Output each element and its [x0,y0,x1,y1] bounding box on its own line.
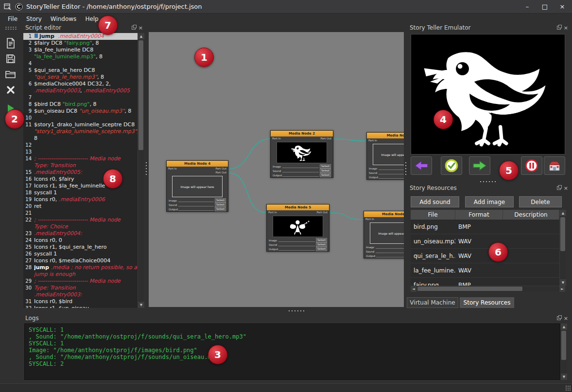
scroll-up-icon[interactable]: ▲ [138,33,144,39]
code-line[interactable]: 11$story1_drako_luminelle_sceptre DC8 [23,121,138,128]
undock-icon[interactable] [132,26,136,30]
code-line[interactable]: 25Icons r1, $qui_sera_le_hero [23,244,138,251]
scroll-down-icon[interactable]: ▼ [560,279,566,286]
code-line[interactable]: 28jump .media ; no return possible, so a [23,264,138,271]
code-line[interactable]: .mediaEntry0003: [23,291,138,298]
code-line[interactable]: 12 [23,142,138,149]
close-icon[interactable]: × [564,186,568,190]
code-line[interactable]: 10 [23,115,138,121]
port-in[interactable]: Port In [272,137,281,140]
code-line[interactable]: 5$qui_sera_le_hero DC8 [23,67,138,74]
scroll-left-icon[interactable]: ◄ [411,286,416,292]
node-connection[interactable] [228,173,266,213]
close-button[interactable]: × [556,2,568,11]
nav-forward-button[interactable] [469,156,490,175]
port-out[interactable]: Port Out [320,137,331,140]
tab-virtual-machine[interactable]: Virtual Machine [407,297,458,308]
select-button[interactable]: Select [320,164,331,169]
logs-scrollbar[interactable]: ▲ ▼ [560,324,567,380]
close-icon[interactable]: × [139,26,143,30]
port-in[interactable]: Port In [365,218,374,221]
code-line[interactable]: 30Type: Transition [23,285,138,291]
code-line[interactable]: 22; -------------------------- Media nod… [23,217,138,223]
scroll-right-icon[interactable]: ► [559,286,565,292]
code-line[interactable]: 31Icons r0, $bird [23,298,138,305]
code-line[interactable]: 3$la_fee_luminelle DC8 [23,47,138,53]
code-line[interactable]: 1jump .mediaEntry0004 [23,33,138,40]
new-script-button[interactable] [3,36,18,50]
code-line[interactable]: 29; -------------------------- Media nod… [23,278,138,285]
port-in[interactable]: Port In [368,139,377,142]
code-line[interactable]: 8 [23,135,138,142]
code-line[interactable]: 18syscall 1 [23,189,138,196]
code-line[interactable]: 27Icons r0, $mediaChoice0004 [23,257,138,264]
splitter-handle-right[interactable] [405,161,407,175]
scroll-up-icon[interactable]: ▲ [560,210,566,216]
table-row[interactable]: fairy.pngBMP [411,278,559,286]
node-connection[interactable] [329,213,364,220]
node-connection[interactable] [228,139,270,169]
code-line[interactable]: 4 [23,60,138,67]
code-line[interactable]: "qui_sera_le_hero.mp3", 8 [23,74,138,81]
table-row[interactable]: la_fee_lumine...WAV [411,263,559,278]
graph-node-node4[interactable]: Media Node 4Port InPort OutPort OutImage… [166,160,228,212]
port-in[interactable]: Port In [268,211,277,214]
splitter-handle-left[interactable] [145,161,147,175]
code-line[interactable]: 7 [23,94,138,101]
splitter-handle-bottom[interactable] [288,310,306,312]
add-image-button[interactable]: Add image [465,196,514,207]
undock-icon[interactable] [557,26,561,30]
graph-node-node5[interactable]: Media Node 5Port InPort OutImageSelectSo… [266,204,329,252]
resize-grip[interactable] [565,385,571,391]
column-header-format[interactable]: Format [455,210,503,220]
resources-v-scrollbar[interactable]: ▲ ▼ [559,210,566,286]
code-line[interactable]: 19Icons r0, .mediaEntry0006 [23,196,138,203]
node-title[interactable]: Media Node 4 [167,161,228,167]
undock-icon[interactable] [557,186,561,190]
menu-story[interactable]: Story [22,15,46,23]
code-line[interactable]: Type: Transition [23,162,138,169]
code-line[interactable]: 32Icons r1, $un_oiseau [23,305,138,308]
scroll-up-icon[interactable]: ▲ [561,324,567,330]
delete-button[interactable]: Delete [519,196,562,207]
node-canvas[interactable]: Media Node 4Port InPort OutPort OutImage… [149,32,404,307]
select-button[interactable]: Select [320,169,331,173]
code-line[interactable]: 24Icons r0, 0 [23,237,138,244]
column-header-description[interactable]: Description [503,210,559,220]
resources-h-scrollbar[interactable]: ◄ ► [411,286,565,291]
code-line[interactable]: 23.mediaEntry0004: [23,230,138,237]
nav-back-button[interactable] [411,156,432,175]
node-title[interactable]: Media Node [367,133,404,138]
node-title[interactable]: Media Node 3 [364,211,404,217]
minimize-button[interactable]: – [521,2,533,11]
table-row[interactable]: un_oiseau.mp3WAV [411,234,559,249]
open-button[interactable] [3,68,18,81]
graph-node-node6[interactable]: Media NodePort InPort OutImage will appe… [366,132,404,180]
scrollbar-thumb[interactable] [561,331,566,360]
script-editor-scrollbar[interactable]: ▲ ▼ [138,33,144,308]
port-out[interactable]: Port Out [215,167,226,170]
home-button[interactable] [544,156,565,175]
code-line[interactable]: 13 [23,149,138,155]
select-button[interactable]: Select [320,173,331,177]
select-button[interactable]: Select [316,238,327,242]
port-in[interactable]: Port In [168,167,177,170]
menu-file[interactable]: File [4,15,21,23]
column-header-file[interactable]: File [411,210,455,220]
port-out[interactable]: Port Out [215,171,226,174]
code-line[interactable]: 26syscall 1 [23,251,138,257]
node-title[interactable]: Media Node 2 [271,131,333,136]
select-button[interactable]: Select [215,198,226,203]
tab-story-resources[interactable]: Story Resources [460,297,514,308]
code-line[interactable]: "story1_drako_luminelle_sceptre.mp3", [23,128,138,135]
scroll-down-icon[interactable]: ▼ [561,374,567,380]
save-button[interactable] [3,52,18,66]
scrollbar-thumb[interactable] [417,287,522,291]
select-button[interactable]: Select [316,242,327,247]
undock-icon[interactable] [557,316,561,320]
splitter-handle-emulator[interactable] [479,181,498,183]
code-line[interactable]: 20ret [23,203,138,210]
toolbar-drag-handle[interactable] [5,26,17,31]
code-line[interactable]: "la_fee_luminelle.mp3", 8 [23,53,138,60]
table-row[interactable]: bird.pngBMP [411,220,559,234]
